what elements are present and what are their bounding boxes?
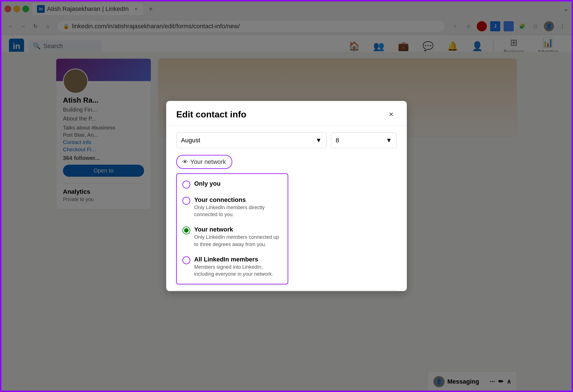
option-all-desc: Members signed into LinkedIn, including … [194, 264, 282, 278]
option-only-you-label: Only you [194, 180, 220, 187]
radio-all-linkedin[interactable] [182, 256, 190, 264]
modal-title: Edit contact info [176, 109, 246, 120]
option-network-desc: Only LinkedIn members connected up to th… [194, 234, 282, 248]
option-your-connections[interactable]: Your connections Only LinkedIn members d… [177, 192, 288, 222]
visibility-label: Your network [190, 158, 226, 166]
month-dropdown[interactable]: August ▼ [176, 133, 327, 148]
day-dropdown-arrow: ▼ [386, 137, 392, 144]
visibility-dropdown: Only you Your connections Only LinkedIn … [176, 173, 288, 284]
modal-body: August ▼ 8 ▼ 👁 Your network [166, 126, 407, 291]
edit-contact-modal: Edit contact info × August ▼ 8 ▼ 👁 Your … [166, 101, 407, 291]
option-only-you[interactable]: Only you [177, 176, 288, 192]
month-dropdown-arrow: ▼ [316, 137, 322, 144]
radio-only-you[interactable] [182, 181, 190, 188]
day-value: 8 [336, 137, 339, 144]
month-value: August [181, 137, 200, 144]
option-your-network[interactable]: Your network Only LinkedIn members conne… [177, 222, 288, 252]
option-all-label: All LinkedIn members [194, 256, 282, 263]
modal-close-button[interactable]: × [386, 109, 397, 120]
option-connections-desc: Only LinkedIn members directly connected… [194, 204, 282, 218]
website-input[interactable] [176, 290, 397, 291]
option-network-label: Your network [194, 226, 282, 233]
option-connections-label: Your connections [194, 196, 282, 204]
option-all-text: All LinkedIn members Members signed into… [194, 256, 282, 278]
visibility-button[interactable]: 👁 Your network [176, 155, 232, 169]
date-dropdowns: August ▼ 8 ▼ [176, 133, 397, 148]
radio-your-network-fill [184, 228, 189, 233]
radio-your-network[interactable] [182, 226, 190, 234]
option-only-you-text: Only you [194, 180, 220, 187]
option-all-linkedin[interactable]: All LinkedIn members Members signed into… [177, 252, 288, 282]
modal-overlay: Edit contact info × August ▼ 8 ▼ 👁 Your … [0, 0, 573, 392]
modal-header: Edit contact info × [166, 101, 407, 126]
day-dropdown[interactable]: 8 ▼ [331, 133, 397, 148]
radio-your-connections[interactable] [182, 197, 190, 205]
option-network-text: Your network Only LinkedIn members conne… [194, 226, 282, 248]
visibility-section: 👁 Your network Only you [176, 155, 397, 284]
eye-icon: 👁 [182, 159, 188, 165]
option-connections-text: Your connections Only LinkedIn members d… [194, 196, 282, 218]
